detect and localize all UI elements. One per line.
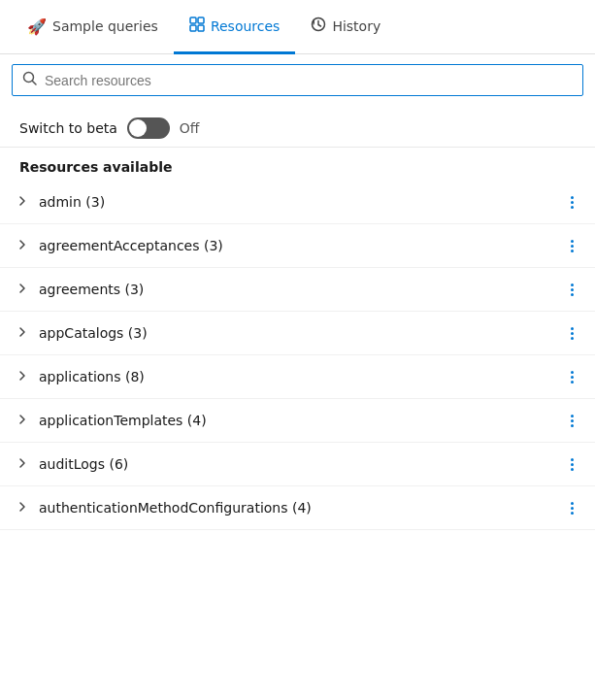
tab-resources-label: Resources [211, 18, 281, 34]
tab-sample-queries[interactable]: 🚀 Sample queries [12, 1, 174, 54]
list-item[interactable]: applicationTemplates (4) [0, 399, 595, 443]
resource-name: applicationTemplates (4) [39, 413, 560, 428]
history-icon [311, 17, 326, 36]
resource-name: admin (3) [39, 194, 560, 210]
main-content: Switch to beta Off Resources available a… [0, 54, 595, 700]
svg-rect-3 [198, 25, 204, 31]
chevron-icon [16, 326, 29, 341]
more-options-button[interactable] [560, 371, 583, 383]
svg-line-6 [33, 82, 37, 85]
resource-name: agreementAcceptances (3) [39, 238, 560, 253]
more-options-button[interactable] [560, 196, 583, 209]
chevron-icon [16, 239, 29, 253]
resources-heading: Resources available [0, 148, 595, 181]
chevron-icon [16, 370, 29, 384]
list-item[interactable]: authenticationMethodConfigurations (4) [0, 486, 595, 530]
resource-name: appCatalogs (3) [39, 325, 560, 341]
beta-toggle[interactable] [127, 117, 170, 139]
resource-list[interactable]: admin (3)agreementAcceptances (3)agreeme… [0, 181, 595, 700]
chevron-icon [16, 414, 29, 428]
resource-name: applications (8) [39, 369, 560, 384]
beta-label: Switch to beta [19, 120, 117, 136]
tab-bar: 🚀 Sample queries Resources History [0, 0, 595, 54]
search-icon [22, 71, 37, 89]
resource-name: agreements (3) [39, 282, 560, 297]
more-options-button[interactable] [560, 502, 583, 515]
more-options-button[interactable] [560, 458, 583, 471]
more-options-button[interactable] [560, 327, 583, 340]
search-bar [12, 64, 583, 96]
list-item[interactable]: applications (8) [0, 355, 595, 399]
tab-sample-queries-label: Sample queries [52, 18, 158, 34]
chevron-icon [16, 457, 29, 472]
chevron-icon [16, 195, 29, 210]
more-options-button[interactable] [560, 240, 583, 252]
resource-name: authenticationMethodConfigurations (4) [39, 500, 560, 516]
more-options-button[interactable] [560, 415, 583, 427]
toggle-knob [129, 119, 147, 137]
list-item[interactable]: agreementAcceptances (3) [0, 224, 595, 268]
chevron-icon [16, 501, 29, 516]
more-options-button[interactable] [560, 283, 583, 296]
beta-section: Switch to beta Off [0, 106, 595, 148]
sample-queries-icon: 🚀 [27, 17, 47, 36]
list-item[interactable]: agreements (3) [0, 268, 595, 312]
tab-history-label: History [332, 18, 380, 34]
svg-rect-2 [190, 25, 196, 31]
svg-rect-0 [190, 17, 196, 23]
tab-history[interactable]: History [295, 1, 396, 54]
toggle-state-label: Off [180, 120, 200, 136]
svg-rect-1 [198, 17, 204, 23]
list-item[interactable]: appCatalogs (3) [0, 312, 595, 355]
resources-icon [189, 17, 205, 36]
chevron-icon [16, 283, 29, 297]
tab-resources[interactable]: Resources [174, 1, 296, 54]
resource-name: auditLogs (6) [39, 456, 560, 472]
list-item[interactable]: admin (3) [0, 181, 595, 224]
list-item[interactable]: auditLogs (6) [0, 443, 595, 486]
search-input[interactable] [45, 73, 573, 88]
